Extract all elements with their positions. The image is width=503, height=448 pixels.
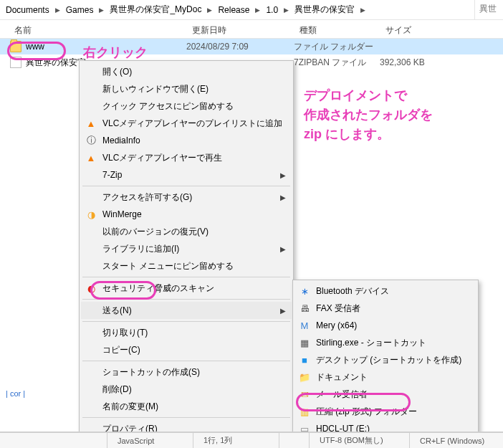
column-header-date[interactable]: 更新日時 — [186, 24, 294, 37]
chevron-right-icon: ▶ — [280, 307, 286, 315]
submenu-item-label: Mery (x64) — [316, 320, 461, 330]
menu-item[interactable]: ショートカットの作成(S) — [81, 363, 292, 381]
menu-item[interactable]: ◐セキュリティ脅威のスキャン — [81, 280, 292, 297]
submenu-item[interactable]: ▥圧縮 (zip 形式) フォルダー — [294, 403, 476, 420]
column-header-type[interactable]: 種類 — [294, 24, 380, 37]
menu-item[interactable]: 以前のバージョンの復元(V) — [81, 223, 292, 240]
file-date: 2024/08/29 7:09 — [186, 42, 294, 52]
chevron-right-icon: ▶ — [206, 6, 214, 14]
menu-item-label: 開く(O) — [102, 66, 276, 78]
menu-item-label: セキュリティ脅威のスキャン — [102, 282, 276, 295]
menu-item[interactable]: クイック アクセスにピン留めする — [81, 97, 292, 115]
menu-item-label: 削除(D) — [102, 383, 276, 396]
menu-item-label: 送る(N) — [102, 305, 276, 317]
documents-icon: 📁 — [299, 371, 310, 383]
file-type: 7ZIPBAN ファイル — [294, 57, 380, 69]
menu-item-label: 新しいウィンドウで開く(E) — [102, 83, 276, 95]
menu-item[interactable]: 7-Zip▶ — [81, 166, 292, 184]
breadcrumb-item[interactable]: Documents — [3, 4, 52, 16]
mery-icon: M — [299, 320, 310, 331]
menu-separator — [82, 361, 290, 361]
submenu-item[interactable]: ▦Stirling.exe - ショートカット — [294, 334, 476, 351]
menu-item-label: アクセスを許可する(G) — [102, 191, 276, 204]
context-menu[interactable]: 開く(O)新しいウィンドウで開く(E)クイック アクセスにピン留めする▲VLCメ… — [79, 60, 294, 440]
submenu-item[interactable]: 🖷FAX 受信者 — [294, 300, 476, 317]
annotation-deploy-note: デプロイメントで 作成されたフォルダを zip にします。 — [304, 86, 433, 144]
menu-item[interactable]: ▲VLCメディアプレイヤーで再生 — [81, 149, 292, 166]
menu-item[interactable]: 開く(O) — [81, 63, 292, 80]
chevron-right-icon: ▶ — [280, 194, 286, 201]
menu-item-label: MediaInfo — [102, 135, 276, 146]
chevron-right-icon: ▶ — [359, 6, 367, 14]
menu-item[interactable]: 送る(N)▶ — [81, 302, 292, 319]
menu-item-label: ライブラリに追加(I) — [102, 243, 276, 255]
sendto-submenu[interactable]: ∗Bluetooth デバイス🖷FAX 受信者MMery (x64)▦Stirl… — [292, 280, 479, 448]
menu-item-label: コピー(C) — [102, 344, 276, 356]
menu-separator — [82, 277, 290, 277]
breadcrumb-item[interactable]: 異世界の保安官_MyDoc — [107, 2, 204, 17]
mediainfo-icon: ⓘ — [85, 135, 97, 146]
file-type: ファイル フォルダー — [294, 41, 380, 53]
column-headers: 名前 更新日時 種類 サイズ — [0, 20, 503, 39]
menu-item[interactable]: ライブラリに追加(I)▶ — [81, 240, 292, 257]
winmerge-icon: ◑ — [85, 209, 97, 220]
menu-item-label: ショートカットの作成(S) — [102, 366, 276, 378]
vlc-icon: ▲ — [85, 152, 97, 163]
submenu-item[interactable]: ✉メール受信者 — [294, 386, 476, 403]
breadcrumb-item[interactable]: Release — [215, 4, 252, 16]
breadcrumb[interactable]: Documents ▶ Games ▶ 異世界の保安官_MyDoc ▶ Rele… — [0, 0, 503, 20]
folder-icon — [10, 41, 21, 52]
bluetooth-icon: ∗ — [299, 285, 310, 297]
submenu-item-label: メール受信者 — [316, 389, 461, 401]
breadcrumb-item[interactable]: 1.0 — [263, 4, 281, 16]
breadcrumb-item[interactable]: 異世界の保安官 — [292, 2, 358, 17]
status-position: 1行, 1列 — [193, 433, 279, 448]
breadcrumb-item[interactable]: Games — [63, 4, 97, 16]
fax-icon: 🖷 — [299, 302, 310, 314]
status-language: JavaScript — [107, 433, 193, 448]
mail-icon: ✉ — [299, 389, 310, 400]
search-input[interactable]: 異世 — [474, 0, 503, 20]
chevron-right-icon: ▶ — [280, 245, 286, 253]
menu-item-label: 名前の変更(M) — [102, 401, 276, 413]
submenu-item-label: 圧縮 (zip 形式) フォルダー — [316, 406, 461, 418]
submenu-item[interactable]: MMery (x64) — [294, 317, 476, 334]
menu-item-label: スタート メニューにピン留めする — [102, 260, 276, 272]
chevron-right-icon: ▶ — [280, 171, 286, 179]
file-row-selected[interactable]: www 2024/08/29 7:09 ファイル フォルダー — [0, 39, 503, 54]
menu-item-label: 切り取り(T) — [102, 327, 276, 339]
menu-separator — [82, 417, 290, 418]
submenu-item[interactable]: ■デスクトップ (ショートカットを作成) — [294, 351, 476, 368]
file-size: 392,306 KB — [380, 57, 451, 67]
menu-item[interactable]: コピー(C) — [81, 341, 292, 358]
menu-item[interactable]: 名前の変更(M) — [81, 398, 292, 415]
chevron-right-icon: ▶ — [54, 6, 62, 14]
submenu-item[interactable]: ∗Bluetooth デバイス — [294, 282, 476, 300]
menu-item-label: VLCメディアプレイヤーで再生 — [102, 152, 276, 164]
menu-item-label: 7-Zip — [102, 170, 276, 180]
menu-item[interactable]: ⓘMediaInfo — [81, 132, 292, 149]
archive-icon — [10, 57, 21, 68]
menu-item[interactable]: 削除(D) — [81, 381, 292, 398]
menu-item[interactable]: 切り取り(T) — [81, 324, 292, 341]
trend-icon: ◐ — [85, 282, 97, 294]
submenu-item-label: デスクトップ (ショートカットを作成) — [316, 354, 461, 366]
menu-item[interactable]: ◑WinMerge — [81, 206, 292, 223]
column-header-name[interactable]: 名前 — [0, 24, 186, 37]
menu-item-label: クイック アクセスにピン留めする — [102, 100, 276, 113]
menu-item[interactable]: スタート メニューにピン留めする — [81, 257, 292, 275]
menu-item-label: WinMerge — [102, 209, 276, 219]
menu-separator — [82, 299, 290, 300]
status-bar: JavaScript 1行, 1列 UTF-8 (BOM無し) CR+LF (W… — [0, 432, 503, 448]
column-header-size[interactable]: サイズ — [380, 24, 451, 37]
desktop-icon: ■ — [299, 354, 310, 366]
menu-item[interactable]: ▲VLCメディアプレイヤーのプレイリストに追加 — [81, 115, 292, 132]
partial-text: | cor | — [6, 389, 25, 398]
stirling-icon: ▦ — [299, 337, 310, 348]
chevron-right-icon: ▶ — [97, 6, 105, 14]
menu-item[interactable]: アクセスを許可する(G)▶ — [81, 189, 292, 206]
submenu-item[interactable]: 📁ドキュメント — [294, 368, 476, 386]
status-encoding: UTF-8 (BOM無し) — [310, 433, 410, 448]
menu-item[interactable]: 新しいウィンドウで開く(E) — [81, 80, 292, 97]
menu-item-label: VLCメディアプレイヤーのプレイリストに追加 — [102, 118, 282, 130]
